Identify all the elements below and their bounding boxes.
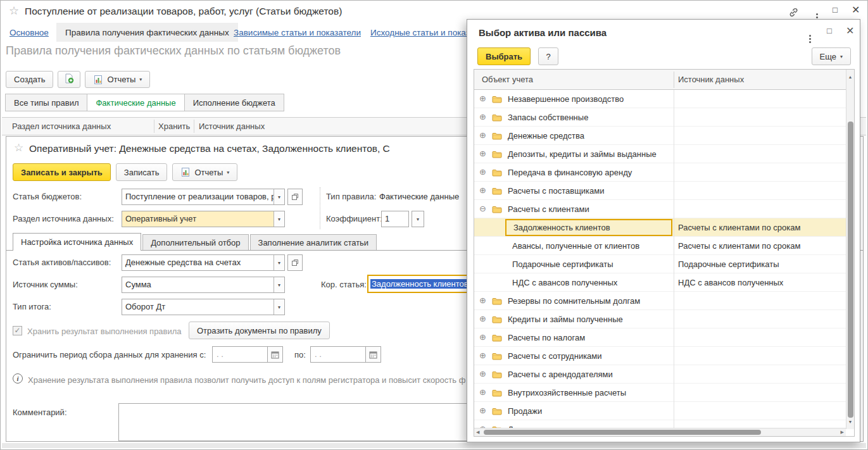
tree-item-name[interactable]: Подарочные сертификаты (505, 256, 672, 273)
close-icon[interactable]: ✕ (846, 25, 854, 37)
more-menu-icon[interactable] (809, 28, 811, 39)
column-store[interactable]: Хранить (158, 118, 190, 135)
expand-icon[interactable]: ⊕ (479, 112, 486, 122)
tree-row[interactable]: ⊕ Расчеты с арендодателями (474, 365, 846, 384)
coefficient-field[interactable]: 1 (381, 211, 409, 227)
tree-row[interactable]: ⊕ Кредиты и займы полученные (474, 310, 846, 328)
tab-facts-rules[interactable]: Правила получения фактических данных (56, 23, 238, 42)
calendar-icon[interactable] (268, 346, 283, 363)
expand-icon[interactable]: ⊕ (479, 314, 486, 323)
open-item-button[interactable] (287, 189, 303, 205)
dropdown-arrow-icon[interactable]: ▾ (274, 211, 284, 227)
data-section-field[interactable]: Оперативный учет ▾ (122, 211, 285, 227)
tab-analytics-fill[interactable]: Заполнение аналитик статьи (250, 234, 377, 250)
filter-fact-data[interactable]: Фактические данные (87, 94, 184, 111)
expand-icon[interactable]: ⊕ (479, 167, 486, 177)
period-from-field[interactable]: . . (212, 346, 283, 363)
period-to-field[interactable]: . . (310, 346, 381, 363)
expand-icon[interactable]: ⊕ (479, 387, 486, 397)
tree-item-name[interactable]: Расчеты с поставщиками (505, 182, 672, 199)
record-favorite-star-icon[interactable]: ☆ (14, 141, 23, 154)
tree-item-name[interactable]: Кредиты и займы полученные (505, 311, 672, 328)
tab-main[interactable]: Основное (9, 28, 49, 37)
tab-additional-filter[interactable]: Дополнительный отбор (142, 234, 248, 250)
tree-item-name[interactable]: Незавершенное производство (505, 91, 672, 108)
more-button[interactable]: Еще ▾ (812, 47, 851, 65)
tree-item-name[interactable]: Продажи (505, 403, 672, 420)
tree-item-name[interactable]: Расчеты с арендодателями (505, 366, 672, 383)
calendar-icon[interactable] (366, 346, 381, 363)
reports-button[interactable]: Отчеты ▾ (85, 71, 150, 88)
close-icon[interactable]: ✕ (852, 4, 860, 16)
tree-item-name[interactable]: Резервы по сомнительным долгам (505, 292, 672, 309)
create-button[interactable]: Создать (6, 71, 53, 88)
column-data-section[interactable]: Раздел источника данных (12, 118, 111, 135)
tree-item-name[interactable]: Запасы собственные (505, 109, 672, 126)
maximize-icon[interactable]: □ (827, 26, 832, 35)
tree-row[interactable]: ⊕ Депозиты, кредиты и займы выданные (474, 145, 846, 163)
tree-row[interactable]: НДС с авансов полученных НДС с авансов п… (474, 273, 846, 292)
filter-budget-execution[interactable]: Исполнение бюджета (184, 94, 284, 111)
total-type-field[interactable]: Оборот Дт ▾ (122, 299, 285, 315)
create-new-item-button[interactable] (58, 71, 80, 88)
scroll-up-icon[interactable]: ▲ (846, 75, 854, 79)
expand-icon[interactable]: ⊕ (479, 149, 486, 158)
expand-icon[interactable]: ⊕ (479, 185, 486, 195)
dropdown-arrow-icon[interactable]: ▾ (274, 299, 284, 315)
tree-row[interactable]: ⊕ Запасы собственные (474, 108, 846, 127)
column-accounting-object[interactable]: Объект учета (482, 70, 533, 89)
maximize-icon[interactable]: □ (833, 5, 838, 15)
tree-row[interactable]: ⊕ Передача в финансовую аренду (474, 163, 846, 182)
tree-row[interactable]: ⊕ Продажи (474, 402, 846, 420)
expand-icon[interactable]: ⊕ (479, 94, 486, 103)
tree-row[interactable]: ⊕ Денежные средства (474, 127, 846, 145)
tree-item-name[interactable]: Передача в финансовую аренду (505, 164, 672, 181)
vertical-scroll-thumb[interactable] (848, 122, 853, 418)
tree-item-name[interactable]: Расчеты с клиентами (505, 201, 672, 218)
coefficient-dropdown-button[interactable]: ▾ (412, 211, 424, 227)
reflect-documents-button[interactable]: Отразить документы по правилу (189, 322, 330, 339)
tab-source-items[interactable]: Исходные статьи и показат (370, 28, 478, 37)
link-icon[interactable] (788, 7, 799, 20)
horizontal-scrollbar[interactable]: ◀ ▶ (474, 428, 846, 436)
vertical-scrollbar[interactable]: ▲ ▼ (846, 70, 854, 429)
tree-row[interactable]: Задолженность клиентов Расчеты с клиента… (474, 218, 846, 237)
help-button[interactable]: ? (538, 47, 558, 65)
scroll-down-icon[interactable]: ▼ (846, 420, 854, 424)
expand-icon[interactable]: ⊕ (479, 369, 486, 378)
tree-item-name[interactable]: Внутрихозяйственные расчеты (505, 384, 672, 401)
tree-item-name[interactable]: Авансы, полученные от клиентов (505, 237, 672, 254)
expand-icon[interactable]: ⊖ (479, 204, 486, 213)
dropdown-arrow-icon[interactable]: ▾ (274, 189, 284, 204)
scroll-right-icon[interactable]: ▶ (841, 430, 844, 435)
tree-row[interactable]: Авансы, полученные от клиентов Расчеты с… (474, 237, 846, 255)
scroll-left-icon[interactable]: ◀ (476, 430, 479, 435)
tree-item-name[interactable]: Доходы и расходы (505, 421, 672, 428)
tree-row[interactable]: ⊕ Доходы и расходы (474, 420, 846, 428)
dropdown-arrow-icon[interactable]: ▾ (274, 255, 284, 270)
horizontal-scroll-thumb[interactable] (484, 430, 761, 435)
tree-row[interactable]: ⊕ Расчеты по налогам (474, 328, 846, 347)
dropdown-arrow-icon[interactable]: ▾ (274, 277, 284, 292)
amount-source-field[interactable]: Сумма ▾ (122, 277, 285, 293)
save-button[interactable]: Записать (116, 163, 168, 181)
tree-row[interactable]: ⊕ Внутрихозяйственные расчеты (474, 384, 846, 402)
tree-row[interactable]: ⊕ Расчеты с сотрудниками (474, 347, 846, 365)
tree-item-name[interactable]: Расчеты по налогам (505, 329, 672, 346)
tab-dependent-items[interactable]: Зависимые статьи и показатели (234, 28, 361, 37)
record-reports-button[interactable]: Отчеты ▾ (172, 163, 237, 181)
tree-item-name[interactable]: НДС с авансов полученных (505, 274, 672, 291)
open-item-button[interactable] (287, 254, 303, 271)
select-button[interactable]: Выбрать (477, 47, 531, 65)
tab-source-settings[interactable]: Настройка источника данных (13, 233, 141, 251)
expand-icon[interactable]: ⊕ (479, 332, 486, 342)
more-menu-icon[interactable] (816, 6, 818, 18)
filter-all-rules[interactable]: Все типы правил (5, 94, 87, 111)
tree-row[interactable]: ⊕ Незавершенное производство (474, 90, 846, 108)
tree-item-name[interactable]: Денежные средства (505, 127, 672, 144)
tree-row[interactable]: ⊕ Расчеты с поставщиками (474, 182, 846, 200)
store-result-checkbox[interactable]: ✓ (13, 326, 22, 335)
column-data-source[interactable]: Источник данных (678, 70, 744, 89)
column-data-source[interactable]: Источник данных (199, 118, 265, 135)
favorite-star-icon[interactable]: ☆ (9, 4, 19, 18)
